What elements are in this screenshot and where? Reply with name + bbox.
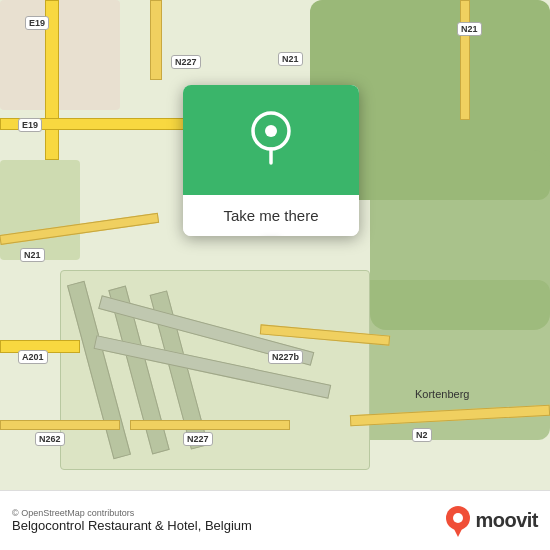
road-n227-top	[150, 0, 162, 80]
svg-point-4	[453, 513, 463, 523]
bottom-bar: © OpenStreetMap contributors Belgocontro…	[0, 490, 550, 550]
urban-top-left	[0, 0, 120, 110]
moovit-pin-icon	[445, 505, 471, 537]
road-n262	[0, 420, 120, 430]
label-n21-corner: N21	[278, 52, 303, 66]
road-n21-right	[460, 0, 470, 120]
label-n262: N262	[35, 432, 65, 446]
label-a201: A201	[18, 350, 48, 364]
label-n21-left: N21	[20, 248, 45, 262]
moovit-logo: moovit	[445, 505, 538, 537]
label-n2: N2	[412, 428, 432, 442]
green-left	[0, 160, 80, 260]
map-container: E19 N21 N227 E19 N21 A201 N262 N227b N22…	[0, 0, 550, 490]
bottom-info: © OpenStreetMap contributors Belgocontro…	[12, 508, 252, 533]
popup-card: Take me there	[183, 85, 359, 236]
label-e19-top: E19	[25, 16, 49, 30]
copyright-text: © OpenStreetMap contributors	[12, 508, 252, 518]
label-e19-left: E19	[18, 118, 42, 132]
label-n227-top: N227	[171, 55, 201, 69]
location-pin-icon	[249, 111, 293, 169]
location-name: Belgocontrol Restaurant & Hotel, Belgium	[12, 518, 252, 533]
road-n227-bot	[130, 420, 290, 430]
label-n227b: N227b	[268, 350, 303, 364]
label-n227-bot: N227	[183, 432, 213, 446]
kortenberg-label: Kortenberg	[415, 388, 469, 400]
svg-point-1	[265, 125, 277, 137]
take-me-there-button[interactable]: Take me there	[183, 195, 359, 236]
label-n21-top: N21	[457, 22, 482, 36]
popup-green-header	[183, 85, 359, 195]
moovit-text: moovit	[475, 509, 538, 532]
svg-marker-5	[453, 527, 463, 537]
